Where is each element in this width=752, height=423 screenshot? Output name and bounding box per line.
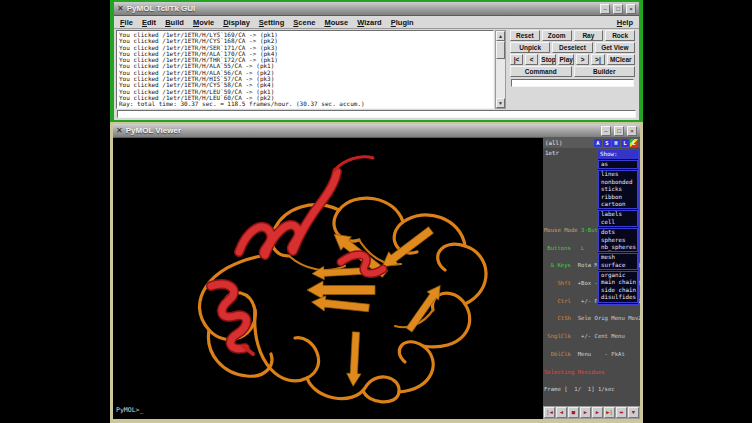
tk-titlebar[interactable]: ✕ PyMOL Tcl/Tk GUI – □ × [114, 2, 639, 16]
menu-item-nonbonded[interactable]: nonbonded [599, 179, 637, 186]
command-input[interactable] [117, 110, 636, 118]
vcr-end-button[interactable]: ▶| [604, 407, 615, 418]
scroll-up-icon[interactable]: ▲ [496, 31, 505, 41]
menu-item-disulfides[interactable]: disulfides [599, 294, 637, 301]
menu-item-sticks[interactable]: sticks [599, 186, 637, 193]
getview-button[interactable]: Get View [595, 42, 635, 53]
minimize-button[interactable]: – [600, 4, 610, 14]
mouse-line: CtSh Sele Orig Menu MovZ [544, 316, 642, 322]
movie-end-button[interactable]: >| [591, 54, 604, 65]
maximize-button[interactable]: □ [614, 126, 624, 136]
protein-cartoon-1etr [113, 138, 543, 420]
movie-back-button[interactable]: < [525, 54, 538, 65]
unpick-button[interactable]: Unpick [510, 42, 550, 53]
play-button[interactable]: Play [558, 54, 574, 65]
menu-item-surface[interactable]: surface [599, 262, 637, 269]
minimize-button[interactable]: – [601, 126, 611, 136]
feedback-log[interactable]: You clicked /1etr/1ETR/H/LYS`169/CA -> (… [116, 30, 494, 109]
action-button[interactable]: A [594, 139, 602, 147]
mouse-line: DblClk Menu - PkAt [544, 352, 642, 358]
viewer-3d-canvas[interactable]: PyMOL>_ [113, 138, 543, 419]
builder-button[interactable]: Builder [574, 66, 636, 77]
menu-edit[interactable]: Edit [142, 18, 156, 27]
protein-loops [200, 198, 487, 402]
menu-plugin[interactable]: Plugin [391, 18, 414, 27]
deselect-button[interactable]: Deselect [552, 42, 592, 53]
zoom-button[interactable]: Zoom [542, 30, 572, 41]
scroll-thumb[interactable] [496, 41, 505, 59]
menu-help[interactable]: Help [617, 18, 633, 27]
close-button[interactable]: × [627, 126, 637, 136]
menu-item-spheres[interactable]: spheres [599, 237, 637, 244]
panel-entry-field[interactable] [511, 79, 634, 87]
menu-wizard[interactable]: Wizard [357, 18, 382, 27]
movie-fwd-button[interactable]: > [576, 54, 589, 65]
reset-button[interactable]: Reset [510, 30, 540, 41]
menu-item-main-chain[interactable]: main chain [599, 279, 637, 286]
menu-item-cartoon[interactable]: cartoon [599, 201, 637, 208]
menu-item-organic[interactable]: organic [599, 272, 637, 279]
show-button[interactable]: S [603, 139, 611, 147]
desktop: { "colors": { "tk_frame_green": "#22a322… [0, 0, 752, 423]
object-name: (all) [545, 140, 562, 146]
rock-button[interactable]: Rock [605, 30, 635, 41]
tk-menubar: File Edit Build Movie Display Setting Sc… [114, 16, 639, 29]
menu-item-dots[interactable]: dots [599, 229, 637, 236]
log-line: Ray: total time: 30.37 sec. = 118.5 fram… [119, 101, 491, 107]
command-button[interactable]: Command [510, 66, 572, 77]
vcr-loop-button[interactable]: ▬ [616, 407, 627, 418]
vcr-back-button[interactable]: ◀ [556, 407, 567, 418]
menu-file[interactable]: File [120, 18, 133, 27]
menu-item-cell[interactable]: cell [599, 219, 637, 226]
viewer-side-panel: (all) A S H L C 1etr Show: as [543, 138, 640, 419]
protein-alpha-helices [211, 157, 383, 354]
menu-mouse[interactable]: Mouse [324, 18, 348, 27]
viewer-window: ✕ PyMOL Viewer – □ × [110, 122, 643, 423]
menu-item-side-chain[interactable]: side chain [599, 287, 637, 294]
label-button[interactable]: L [621, 139, 629, 147]
object-action-buttons: A S H L C [593, 139, 638, 147]
hide-button[interactable]: H [612, 139, 620, 147]
vcr-play-button[interactable]: ▶ [580, 407, 591, 418]
viewer-window-title: PyMOL Viewer [126, 126, 181, 135]
show-menu-title: Show: [598, 150, 638, 159]
scroll-down-icon[interactable]: ▼ [496, 98, 505, 108]
menu-item-lines[interactable]: lines [599, 171, 637, 178]
tk-window-title: PyMOL Tcl/Tk GUI [127, 4, 196, 13]
protein-beta-sheets [307, 224, 446, 387]
vcr-rewind-button[interactable]: |◀ [544, 407, 555, 418]
object-row-all[interactable]: (all) A S H L C [543, 138, 640, 148]
menu-scene[interactable]: Scene [293, 18, 315, 27]
ray-button[interactable]: Ray [574, 30, 604, 41]
vcr-forward-button[interactable]: ▶ [592, 407, 603, 418]
menu-movie[interactable]: Movie [193, 18, 214, 27]
window-menu-icon[interactable]: ✕ [116, 127, 123, 135]
close-button[interactable]: × [626, 4, 636, 14]
object-name: 1etr [545, 150, 559, 156]
scroll-trough[interactable] [496, 41, 505, 98]
menu-item-nb-spheres[interactable]: nb_spheres [599, 244, 637, 251]
color-button[interactable]: C [630, 139, 638, 147]
movie-start-button[interactable]: |< [510, 54, 523, 65]
viewer-titlebar[interactable]: ✕ PyMOL Viewer – □ × [113, 124, 640, 138]
menu-item-mesh[interactable]: mesh [599, 254, 637, 261]
vcr-stop-button[interactable]: ■ [568, 407, 579, 418]
mclear-button[interactable]: MClear [607, 54, 636, 65]
menu-item-ribbon[interactable]: ribbon [599, 194, 637, 201]
menu-display[interactable]: Display [223, 18, 250, 27]
mouse-line: Frame [ 1/ 1] 1/sec [544, 387, 642, 393]
tk-button-panel: Reset Zoom Ray Rock Unpick Deselect Get … [506, 30, 637, 109]
mouse-line: SnglClk +/- Cent Menu [544, 334, 642, 340]
pymol-prompt[interactable]: PyMOL>_ [116, 406, 143, 414]
menu-setting[interactable]: Setting [259, 18, 284, 27]
mouse-line: Selecting Residues [544, 370, 642, 376]
menu-build[interactable]: Build [165, 18, 184, 27]
window-menu-icon[interactable]: ✕ [117, 5, 124, 13]
menu-item-as[interactable]: as [599, 161, 637, 168]
maximize-button[interactable]: □ [613, 4, 623, 14]
stop-button[interactable]: Stop [540, 54, 556, 65]
log-scrollbar[interactable]: ▲ ▼ [495, 30, 506, 109]
menu-item-labels[interactable]: labels [599, 211, 637, 218]
vcr-menu-button[interactable]: ▼ [628, 407, 639, 418]
tk-gui-window: ✕ PyMOL Tcl/Tk GUI – □ × File Edit Build… [110, 0, 643, 123]
